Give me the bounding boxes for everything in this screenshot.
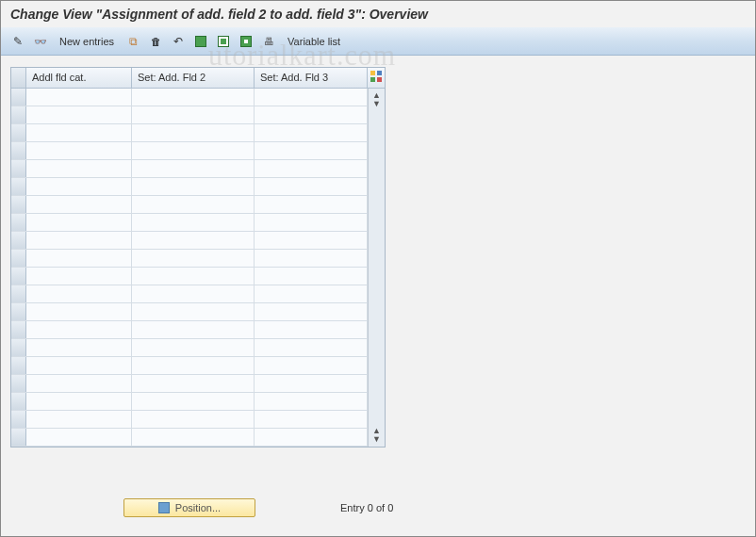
cell-addl-fld-cat[interactable] bbox=[26, 339, 132, 356]
display-icon[interactable] bbox=[31, 32, 50, 51]
position-button[interactable]: Position... bbox=[123, 498, 255, 517]
cell-set-add-fld-2[interactable] bbox=[132, 393, 255, 410]
column-header-set-add-fld-2[interactable]: Set: Add. Fld 2 bbox=[132, 68, 255, 88]
column-header-set-add-fld-3[interactable]: Set: Add. Fld 3 bbox=[255, 68, 368, 88]
new-entries-button[interactable]: New entries bbox=[54, 32, 120, 51]
scroll-down-step-icon[interactable]: ▼ bbox=[372, 100, 381, 108]
copy-icon[interactable] bbox=[123, 32, 142, 51]
row-selector[interactable] bbox=[11, 303, 26, 320]
cell-addl-fld-cat[interactable] bbox=[26, 232, 132, 249]
cell-addl-fld-cat[interactable] bbox=[26, 321, 132, 338]
cell-set-add-fld-3[interactable] bbox=[255, 214, 368, 231]
cell-set-add-fld-3[interactable] bbox=[255, 232, 368, 249]
cell-addl-fld-cat[interactable] bbox=[26, 196, 132, 213]
undo-icon[interactable] bbox=[169, 32, 188, 51]
table-row bbox=[11, 160, 368, 178]
cell-addl-fld-cat[interactable] bbox=[26, 411, 132, 428]
cell-set-add-fld-3[interactable] bbox=[255, 196, 368, 213]
cell-set-add-fld-2[interactable] bbox=[132, 124, 255, 141]
cell-addl-fld-cat[interactable] bbox=[26, 124, 132, 141]
cell-set-add-fld-3[interactable] bbox=[255, 268, 368, 285]
cell-set-add-fld-3[interactable] bbox=[255, 160, 368, 177]
cell-set-add-fld-3[interactable] bbox=[255, 339, 368, 356]
row-selector[interactable] bbox=[11, 106, 26, 123]
cell-set-add-fld-2[interactable] bbox=[132, 375, 255, 392]
cell-set-add-fld-3[interactable] bbox=[255, 429, 368, 446]
select-all-icon[interactable] bbox=[191, 32, 210, 51]
cell-addl-fld-cat[interactable] bbox=[26, 89, 132, 106]
cell-set-add-fld-2[interactable] bbox=[132, 268, 255, 285]
configure-columns-button[interactable] bbox=[368, 68, 385, 88]
row-selector[interactable] bbox=[11, 178, 26, 195]
cell-set-add-fld-2[interactable] bbox=[132, 89, 255, 106]
cell-set-add-fld-3[interactable] bbox=[255, 411, 368, 428]
cell-set-add-fld-3[interactable] bbox=[255, 124, 368, 141]
row-selector[interactable] bbox=[11, 393, 26, 410]
cell-set-add-fld-3[interactable] bbox=[255, 89, 368, 106]
edit-icon[interactable] bbox=[8, 32, 27, 51]
cell-set-add-fld-2[interactable] bbox=[132, 250, 255, 267]
scroll-down-icon[interactable]: ▼ bbox=[372, 435, 381, 444]
cell-set-add-fld-2[interactable] bbox=[132, 142, 255, 159]
vertical-scrollbar[interactable]: ▲ ▼ ▲ ▼ bbox=[368, 89, 385, 447]
cell-addl-fld-cat[interactable] bbox=[26, 106, 132, 123]
cell-set-add-fld-2[interactable] bbox=[132, 106, 255, 123]
delete-icon[interactable] bbox=[146, 32, 165, 51]
cell-set-add-fld-2[interactable] bbox=[132, 339, 255, 356]
row-selector[interactable] bbox=[11, 429, 26, 446]
row-selector[interactable] bbox=[11, 232, 26, 249]
row-selector[interactable] bbox=[11, 321, 26, 338]
row-selector[interactable] bbox=[11, 411, 26, 428]
cell-set-add-fld-3[interactable] bbox=[255, 303, 368, 320]
row-selector[interactable] bbox=[11, 196, 26, 213]
cell-addl-fld-cat[interactable] bbox=[26, 393, 132, 410]
cell-set-add-fld-3[interactable] bbox=[255, 106, 368, 123]
row-selector[interactable] bbox=[11, 357, 26, 374]
cell-set-add-fld-3[interactable] bbox=[255, 142, 368, 159]
cell-set-add-fld-2[interactable] bbox=[132, 178, 255, 195]
cell-set-add-fld-2[interactable] bbox=[132, 285, 255, 302]
deselect-all-icon[interactable] bbox=[237, 32, 255, 51]
cell-set-add-fld-2[interactable] bbox=[132, 160, 255, 177]
select-block-icon[interactable] bbox=[214, 32, 233, 51]
row-selector[interactable] bbox=[11, 160, 26, 177]
cell-set-add-fld-2[interactable] bbox=[132, 214, 255, 231]
row-selector[interactable] bbox=[11, 268, 26, 285]
row-selector[interactable] bbox=[11, 142, 26, 159]
cell-set-add-fld-3[interactable] bbox=[255, 321, 368, 338]
row-selector[interactable] bbox=[11, 89, 26, 106]
row-selector[interactable] bbox=[11, 250, 26, 267]
cell-addl-fld-cat[interactable] bbox=[26, 268, 132, 285]
cell-set-add-fld-2[interactable] bbox=[132, 411, 255, 428]
row-selector[interactable] bbox=[11, 285, 26, 302]
cell-set-add-fld-3[interactable] bbox=[255, 393, 368, 410]
column-header-addl-fld-cat[interactable]: Addl fld cat. bbox=[26, 68, 132, 88]
row-selector[interactable] bbox=[11, 375, 26, 392]
cell-addl-fld-cat[interactable] bbox=[26, 375, 132, 392]
cell-set-add-fld-3[interactable] bbox=[255, 250, 368, 267]
cell-set-add-fld-2[interactable] bbox=[132, 303, 255, 320]
cell-set-add-fld-3[interactable] bbox=[255, 178, 368, 195]
cell-set-add-fld-3[interactable] bbox=[255, 285, 368, 302]
cell-set-add-fld-2[interactable] bbox=[132, 321, 255, 338]
cell-addl-fld-cat[interactable] bbox=[26, 214, 132, 231]
cell-set-add-fld-2[interactable] bbox=[132, 232, 255, 249]
cell-addl-fld-cat[interactable] bbox=[26, 160, 132, 177]
row-selector[interactable] bbox=[11, 214, 26, 231]
cell-set-add-fld-2[interactable] bbox=[132, 429, 255, 446]
cell-set-add-fld-3[interactable] bbox=[255, 375, 368, 392]
cell-addl-fld-cat[interactable] bbox=[26, 357, 132, 374]
cell-set-add-fld-2[interactable] bbox=[132, 357, 255, 374]
row-selector[interactable] bbox=[11, 339, 26, 356]
variable-list-button[interactable]: Variable list bbox=[282, 32, 346, 51]
cell-set-add-fld-2[interactable] bbox=[132, 196, 255, 213]
cell-set-add-fld-3[interactable] bbox=[255, 357, 368, 374]
cell-addl-fld-cat[interactable] bbox=[26, 142, 132, 159]
cell-addl-fld-cat[interactable] bbox=[26, 178, 132, 195]
cell-addl-fld-cat[interactable] bbox=[26, 303, 132, 320]
cell-addl-fld-cat[interactable] bbox=[26, 250, 132, 267]
print-icon[interactable] bbox=[259, 32, 278, 51]
cell-addl-fld-cat[interactable] bbox=[26, 285, 132, 302]
row-selector[interactable] bbox=[11, 124, 26, 141]
cell-addl-fld-cat[interactable] bbox=[26, 429, 132, 446]
